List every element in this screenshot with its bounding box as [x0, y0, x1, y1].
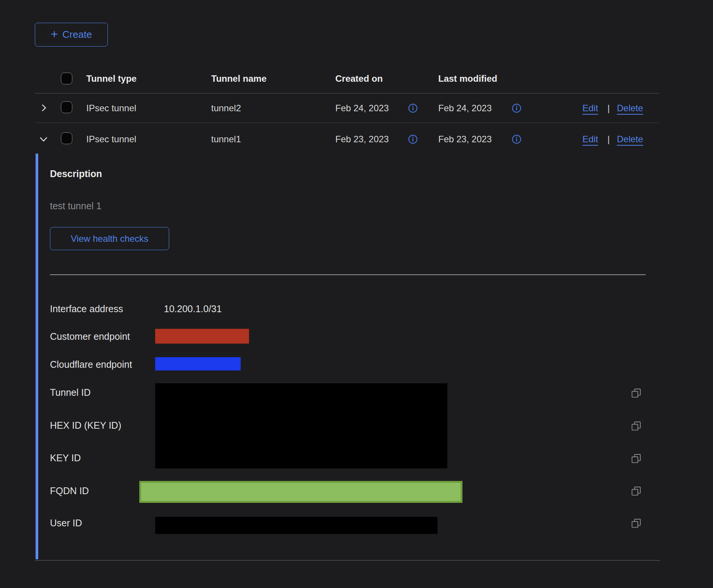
tunnel-name-cell: tunnel1: [211, 134, 241, 145]
table-bottom-divider: [35, 560, 660, 561]
expanded-row-accent-bar: [36, 154, 38, 559]
fqdn-id-label: FQDN ID: [50, 485, 89, 496]
cloudflare-endpoint-label: Cloudflare endpoint: [50, 359, 132, 370]
ids-redaction-block: [155, 383, 447, 468]
section-divider: [50, 274, 646, 275]
fqdn-id-redaction: [139, 481, 462, 503]
row-divider: [35, 123, 659, 123]
column-header-tunnel-name: Tunnel name: [211, 73, 266, 84]
user-id-label: User ID: [50, 517, 82, 529]
interface-address-label: Interface address: [50, 303, 123, 314]
info-icon[interactable]: [512, 134, 522, 144]
customer-endpoint-label: Customer endpoint: [50, 331, 130, 342]
plus-icon: +: [51, 28, 58, 40]
column-header-created-on: Created on: [335, 73, 383, 84]
created-on-cell: Feb 24, 2023: [335, 103, 389, 114]
tunnel-type-cell: IPsec tunnel: [86, 134, 136, 145]
info-icon[interactable]: [512, 103, 522, 113]
copy-icon[interactable]: [630, 453, 642, 464]
edit-link[interactable]: Edit: [582, 134, 598, 145]
select-all-checkbox[interactable]: [61, 73, 72, 84]
column-header-last-modified: Last modified: [438, 73, 497, 84]
customer-endpoint-redaction: [155, 329, 249, 344]
copy-icon[interactable]: [630, 485, 642, 497]
last-modified-cell: Feb 23, 2023: [438, 134, 492, 145]
delete-link[interactable]: Delete: [617, 134, 643, 145]
row-checkbox[interactable]: [61, 132, 72, 144]
edit-link[interactable]: Edit: [582, 103, 598, 114]
interface-address-value: 10.200.1.0/31: [164, 303, 222, 314]
chevron-right-icon[interactable]: [39, 103, 49, 113]
action-separator: |: [607, 134, 610, 145]
copy-icon[interactable]: [630, 420, 642, 432]
copy-icon[interactable]: [630, 518, 642, 529]
description-text: test tunnel 1: [50, 200, 101, 212]
action-separator: |: [607, 103, 610, 114]
key-id-label: KEY ID: [50, 452, 81, 464]
tunnel-id-label: Tunnel ID: [50, 387, 90, 398]
column-header-tunnel-type: Tunnel type: [86, 73, 137, 84]
info-icon[interactable]: [408, 103, 418, 113]
user-id-redaction: [155, 517, 437, 534]
chevron-down-icon[interactable]: [38, 134, 49, 145]
cloudflare-endpoint-redaction: [155, 357, 241, 370]
delete-link[interactable]: Delete: [617, 103, 643, 114]
create-button[interactable]: + Create: [35, 23, 108, 47]
tunnel-name-cell: tunnel2: [211, 103, 241, 114]
copy-icon[interactable]: [630, 387, 642, 399]
create-button-label: Create: [62, 29, 92, 40]
view-health-checks-label: View health checks: [71, 233, 148, 244]
view-health-checks-button[interactable]: View health checks: [50, 227, 169, 250]
info-icon[interactable]: [408, 134, 418, 144]
tunnel-type-cell: IPsec tunnel: [86, 103, 136, 114]
ipsec-tunnels-page: + Create Tunnel type Tunnel name Created…: [0, 0, 713, 588]
description-heading: Description: [50, 168, 102, 179]
last-modified-cell: Feb 24, 2023: [438, 103, 492, 114]
created-on-cell: Feb 23, 2023: [335, 134, 389, 145]
header-divider: [35, 93, 659, 93]
row-checkbox[interactable]: [61, 101, 72, 113]
hex-id-label: HEX ID (KEY ID): [50, 420, 121, 431]
